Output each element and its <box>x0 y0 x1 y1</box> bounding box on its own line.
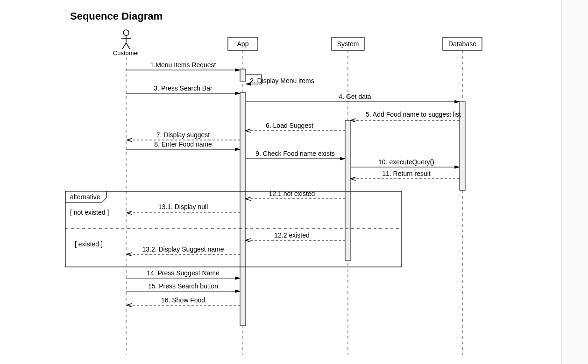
participant-system-label: System <box>337 40 359 48</box>
msg-15-label: 15. Press Search button <box>148 282 218 290</box>
msg-10-label: 10. executeQuery() <box>378 158 434 166</box>
participant-database-label: Database <box>448 40 476 48</box>
activation-system <box>345 120 351 260</box>
msg-3-label: 3. Press Search Bar <box>154 84 213 92</box>
msg-16-label: 16. Show Food <box>161 296 205 304</box>
msg-13-2-label: 13.2. Display Suggest name <box>142 245 224 253</box>
svg-line-4 <box>126 43 130 49</box>
msg-7-label: 7. Display suggest <box>156 131 210 139</box>
alt-guard-2: [ existed ] <box>75 240 103 248</box>
msg-13-1-label: 13.1. Display null <box>158 203 208 210</box>
msg-12-2-label: 12.2 existed <box>274 231 310 239</box>
msg-12-1-label: 12.1 not existed <box>269 190 315 197</box>
activation-app-small <box>240 69 246 81</box>
participant-customer-label: Customer <box>113 49 140 56</box>
msg-8-label: 8. Enter Food name <box>154 140 212 148</box>
msg-1-label: 1.Menu Items Request <box>150 61 216 69</box>
svg-line-3 <box>122 43 126 49</box>
participant-database: Database <box>443 37 482 355</box>
alt-label: alternative <box>70 193 100 201</box>
alt-guard-1: [ not existed ] <box>70 209 109 216</box>
participant-customer: Customer <box>113 30 140 355</box>
diagram-svg: Customer App System Database 1.Menu Ite <box>0 0 588 364</box>
alt-fragment-box <box>65 191 402 267</box>
participant-app-label: App <box>237 40 249 48</box>
msg-6-label: 6. Load Suggest <box>266 122 313 129</box>
sequence-diagram-page: Sequence Diagram Customer App <box>0 0 588 364</box>
actor-head-icon <box>123 30 129 35</box>
msg-5-label: 5. Add Food name to suggest list <box>366 111 461 118</box>
msg-2-label: 2. Display Menu items <box>250 77 314 84</box>
msg-11-label: 11. Return result <box>382 170 431 177</box>
activation-app-main <box>240 92 246 326</box>
msg-9-label: 9. Check Food name exists <box>255 150 335 157</box>
msg-14-label: 14. Press Suggest Name <box>147 269 220 277</box>
msg-4-label: 4. Get data <box>339 93 371 100</box>
